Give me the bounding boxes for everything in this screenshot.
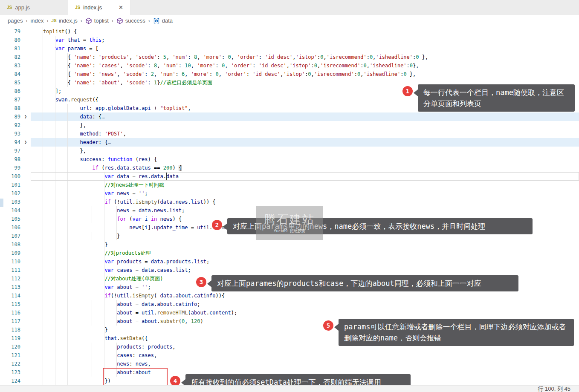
line-number[interactable]: 83 [0, 61, 20, 70]
gutter: 120 [0, 343, 31, 351]
line-number[interactable]: 114 [0, 291, 20, 300]
line-number[interactable]: 115 [0, 300, 20, 308]
line-number[interactable]: 84 [0, 70, 20, 78]
line-number[interactable]: 109 [0, 249, 20, 257]
code-text[interactable]: { 'name': 'cases', 'scode': 8, 'num': 10… [31, 61, 579, 70]
line-number[interactable]: 110 [0, 257, 20, 266]
code-text[interactable]: success: function (res) { [31, 155, 579, 164]
code-text[interactable]: about = data.about.catinfo; [31, 300, 579, 308]
line-number[interactable]: 79 [0, 27, 20, 36]
gutter: 86 [0, 87, 31, 95]
status-bar: 行 100, 列 45 [0, 385, 579, 392]
line-number[interactable]: 104 [0, 206, 20, 215]
line-number[interactable]: 106 [0, 223, 20, 232]
indent-guides [31, 27, 43, 36]
line-number[interactable]: 116 [0, 308, 20, 317]
code-text[interactable]: //对products处理 [31, 249, 579, 257]
code-text[interactable]: var cases = data.cases.list; [31, 266, 579, 274]
line-number[interactable]: 105 [0, 215, 20, 223]
close-icon[interactable]: ✕ [117, 4, 124, 11]
gutter: 81 [0, 44, 31, 53]
fold-column [20, 360, 31, 368]
breadcrumb-item-success[interactable]: success [116, 17, 145, 24]
code-text[interactable]: about = util.removeHTML(about.content); [31, 308, 579, 317]
line-number[interactable]: 80 [0, 36, 20, 44]
indent-guides [31, 343, 117, 351]
line-number[interactable]: 97 [0, 147, 20, 155]
line-number[interactable]: 117 [0, 317, 20, 326]
code-text[interactable]: news: news, [31, 360, 579, 368]
gutter: 92 [0, 121, 31, 130]
code-line: 102var news = ''; [0, 189, 579, 198]
indent-guides [31, 334, 104, 343]
line-number[interactable]: 93 [0, 130, 20, 138]
code-text[interactable]: { 'name': 'products', 'scode': 5, 'num':… [31, 53, 579, 61]
code-text[interactable]: if(!util.isEmpty( data.about.catinfo)){ [31, 291, 579, 300]
code-text[interactable]: }, [31, 121, 579, 130]
code-text[interactable]: if (res.data.status == 200) { [31, 164, 579, 172]
code-text[interactable]: cases: cases, [31, 351, 579, 360]
line-number[interactable]: 113 [0, 283, 20, 291]
code-text[interactable]: }, [31, 147, 579, 155]
code-text[interactable]: data: {… [31, 112, 579, 121]
breadcrumb-item-toplist[interactable]: toplist [85, 17, 109, 24]
line-number[interactable]: 102 [0, 189, 20, 198]
line-number[interactable]: 86 [0, 87, 20, 95]
code-text[interactable]: news = data.news.list; [31, 206, 579, 215]
indent-guides [31, 257, 104, 266]
fold-column [20, 53, 31, 61]
line-number[interactable]: 82 [0, 53, 20, 61]
code-text[interactable]: header: {… [31, 138, 579, 147]
indent-guides [31, 377, 104, 385]
fold-chevron-icon[interactable]: ❯ [20, 138, 31, 147]
line-number[interactable]: 120 [0, 343, 20, 351]
line-number[interactable]: 123 [0, 368, 20, 377]
line-number[interactable]: 124 [0, 377, 20, 385]
line-number[interactable]: 92 [0, 121, 20, 130]
code-text[interactable]: toplist() { [31, 27, 579, 36]
tab-app.js[interactable]: JSapp.js [0, 0, 68, 15]
fold-column [20, 147, 31, 155]
breadcrumb-item-index[interactable]: index [30, 17, 43, 24]
breadcrumb-item-pages[interactable]: pages [8, 17, 23, 24]
line-number[interactable]: 81 [0, 44, 20, 53]
line-number[interactable]: 108 [0, 240, 20, 249]
code-text[interactable]: var news = ''; [31, 189, 579, 198]
line-number[interactable]: 107 [0, 232, 20, 240]
line-number[interactable]: 88 [0, 104, 20, 112]
line-number[interactable]: 111 [0, 266, 20, 274]
code-text[interactable]: var data = res.data.data [31, 172, 579, 181]
code-text[interactable]: if (!util.isEmpty(data.news.list)) { [31, 198, 579, 206]
gutter: 103 [0, 198, 31, 206]
line-number[interactable]: 89 [0, 112, 20, 121]
breadcrumb-item-data[interactable]: data [153, 17, 173, 24]
line-number[interactable]: 94 [0, 138, 20, 147]
chevron-right-icon: › [148, 18, 150, 24]
line-number[interactable]: 98 [0, 155, 20, 164]
gutter: 117 [0, 317, 31, 326]
breadcrumb-item-index.js[interactable]: JSindex.js [52, 17, 78, 24]
gutter: 123 [0, 368, 31, 377]
line-number[interactable]: 85 [0, 78, 20, 87]
line-number[interactable]: 119 [0, 334, 20, 343]
code-text[interactable]: method: 'POST', [31, 130, 579, 138]
code-text[interactable]: var that = this; [31, 36, 579, 44]
fold-chevron-icon[interactable]: ❯ [20, 112, 31, 121]
code-text[interactable]: var products = data.products.list; [31, 257, 579, 266]
cursor-position-indicator[interactable]: 行 100, 列 45 [538, 385, 570, 392]
line-number[interactable]: 101 [0, 181, 20, 189]
code-text[interactable]: { 'name': 'news', 'scode': 2, 'num': 6, … [31, 70, 579, 78]
line-number[interactable]: 122 [0, 360, 20, 368]
code-text[interactable]: } [31, 240, 579, 249]
line-number[interactable]: 112 [0, 274, 20, 283]
line-number[interactable]: 118 [0, 326, 20, 334]
code-text[interactable]: //对news处理一下时间戳 [31, 181, 579, 189]
code-text[interactable]: var params = [ [31, 44, 579, 53]
tab-index.js[interactable]: JSindex.js✕ [68, 0, 131, 15]
indent-guides [31, 240, 104, 249]
line-number[interactable]: 121 [0, 351, 20, 360]
line-number[interactable]: 99 [0, 164, 20, 172]
line-number[interactable]: 100 [0, 172, 20, 181]
line-number[interactable]: 87 [0, 95, 20, 104]
code-editor[interactable]: 79toplist() {80var that = this;81var par… [0, 26, 579, 385]
